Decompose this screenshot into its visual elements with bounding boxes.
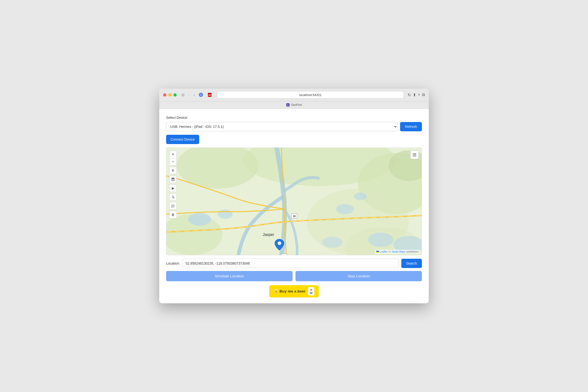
traffic-lights [163, 93, 177, 96]
svg-rect-41 [413, 156, 416, 156]
sidebar-toggle-button[interactable]: ⊡ [180, 92, 186, 98]
device-row: USB: Hermes - (iPad - iOS: 17.5.1) Refre… [166, 122, 422, 131]
stop-location-button[interactable]: Stop Location [296, 271, 422, 281]
bmc-row: 🍺 Buy me a beer ♥ 30 [166, 285, 422, 298]
svg-point-14 [336, 204, 354, 214]
svg-rect-43 [413, 153, 416, 154]
play-route-button[interactable]: ▶ [169, 184, 177, 192]
save-route-button[interactable] [169, 176, 177, 183]
leaflet-link: Leaflet [380, 250, 387, 253]
refresh-button[interactable]: Refresh [400, 122, 422, 131]
map-background: 16 16 93 93 16 16 Jasper [166, 148, 422, 255]
extension-icon-abp: ABP [206, 92, 213, 98]
heart-icon: ♥ [310, 288, 312, 292]
svg-point-39 [172, 205, 173, 206]
select-device-label: Select Device: [166, 116, 422, 120]
svg-text:Jasper: Jasper [263, 232, 274, 236]
titlebar: ⊡ ‹ › L ABP localhost:54321 ↻ ⬆ + ⧉ [159, 89, 429, 102]
svg-text:16: 16 [293, 214, 296, 217]
svg-point-12 [188, 213, 211, 226]
ghost-mode-button[interactable] [169, 202, 177, 210]
minimize-button[interactable] [168, 93, 172, 96]
stadia-link: Stadia Maps [392, 250, 405, 253]
extension-icon-geoport: L [198, 92, 204, 98]
close-button[interactable] [163, 93, 166, 96]
back-button[interactable]: ‹ [188, 92, 190, 98]
svg-point-36 [172, 196, 174, 197]
search-button[interactable]: Search [401, 259, 422, 268]
new-tab-button[interactable]: + [418, 92, 420, 97]
zoom-out-button[interactable]: − [169, 158, 177, 166]
bmc-count: 30 [310, 292, 312, 295]
bmc-heart: ♥ 30 [308, 287, 314, 296]
svg-rect-35 [172, 180, 174, 180]
delete-button[interactable]: 🗑 [169, 211, 177, 218]
svg-point-15 [354, 192, 367, 200]
bmc-label: 🍺 Buy me a beer [274, 289, 306, 294]
edit-route-button[interactable] [169, 193, 177, 201]
tab-overview-button[interactable]: ⧉ [422, 92, 425, 97]
tab-bar: L GeoPort [159, 102, 429, 109]
action-row: Simulate Location Stop Location [166, 271, 422, 281]
svg-point-16 [368, 232, 394, 247]
location-row: Location: Search [166, 259, 422, 268]
location-input[interactable] [182, 259, 399, 268]
map-container[interactable]: 16 16 93 93 16 16 Jasper [166, 148, 422, 255]
zoom-in-button[interactable]: + [169, 151, 177, 158]
upload-gpx-button[interactable]: ⬆ [169, 167, 177, 174]
layers-button[interactable] [410, 151, 419, 159]
buy-me-a-beer-button[interactable]: 🍺 Buy me a beer ♥ 30 [269, 285, 319, 298]
browser-window: ⊡ ‹ › L ABP localhost:54321 ↻ ⬆ + ⧉ L Ge… [159, 89, 429, 304]
fullscreen-button[interactable] [174, 93, 177, 96]
location-label: Location: [166, 262, 180, 265]
svg-text:16: 16 [283, 255, 286, 255]
device-select[interactable]: USB: Hermes - (iPad - iOS: 17.5.1) [166, 122, 398, 131]
svg-text:ABP: ABP [208, 94, 212, 96]
map-controls-left: + − ⬆ ▶ 🗑 [169, 151, 177, 218]
svg-rect-42 [413, 154, 416, 155]
toolbar-icons: ⬆ + ⧉ [413, 92, 425, 97]
connect-device-button[interactable]: Connect Device [166, 135, 199, 144]
simulate-location-button[interactable]: Simulate Location [166, 271, 292, 281]
svg-point-40 [173, 205, 174, 206]
reload-button[interactable]: ↻ [408, 92, 411, 97]
tab-favicon: L [286, 103, 290, 106]
address-bar[interactable]: localhost:54321 [217, 91, 404, 98]
svg-point-18 [322, 236, 342, 248]
tab-title: GeoPort [291, 103, 302, 106]
svg-rect-34 [172, 178, 174, 179]
forward-button[interactable]: › [192, 92, 196, 98]
svg-point-32 [278, 241, 281, 245]
share-button[interactable]: ⬆ [413, 92, 416, 97]
map-attribution: 🇺🇦 Leaflet | © Stadia Maps contributors [375, 250, 420, 254]
page-content: Select Device: USB: Hermes - (iPad - iOS… [159, 109, 429, 304]
svg-text:L: L [200, 94, 202, 96]
svg-point-13 [217, 210, 233, 219]
url-text: localhost:54321 [299, 93, 322, 97]
